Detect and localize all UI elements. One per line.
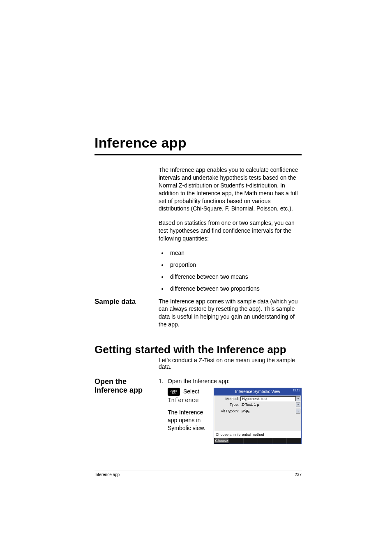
calc-title-text: Inference Symbolic View	[235, 389, 280, 394]
dropdown-icon[interactable]: ▾	[296, 402, 300, 407]
calc-method-field[interactable]: Hypothesis test ▾	[240, 396, 300, 401]
section-subtitle: Let's conduct a Z-Test on one mean using…	[159, 357, 302, 370]
footer-left: Inference app	[95, 472, 120, 477]
step-line-1: Open the Inference app:	[168, 377, 302, 385]
chapter-heading: Inference app	[95, 135, 302, 151]
calc-method-label: Method:	[215, 396, 240, 401]
page: Inference app The Inference app enables …	[0, 0, 392, 555]
step-number: 1.	[159, 377, 168, 385]
calc-help-line: Choose an inferential method	[214, 431, 301, 438]
dropdown-icon[interactable]: ▾	[296, 396, 300, 401]
softkey-blank[interactable]	[287, 438, 301, 444]
softkey-blank[interactable]	[244, 438, 258, 444]
apps-key-icon: Apps Info	[168, 388, 180, 396]
softkey-choose[interactable]: Choose	[214, 438, 229, 443]
calc-method-value: Hypothesis test	[240, 396, 296, 401]
page-footer: Inference app 237	[95, 470, 302, 477]
select-line: Apps Info Select	[168, 388, 206, 396]
section-heading: Getting started with the Inference app	[95, 343, 302, 356]
step-item: 1. Open the Inference app: Apps Info Sel…	[159, 377, 302, 444]
list-item: difference between two means	[168, 273, 302, 281]
sample-data-row: Sample data The Inference app comes with…	[95, 298, 302, 335]
calc-body: Method: Hypothesis test ▾ Type:	[214, 395, 301, 431]
calc-alt-label: Alt Hypoth:	[215, 409, 240, 414]
step-text-col: Apps Info Select Inference The Inference…	[168, 388, 206, 432]
apps-key-bottom: Info	[172, 392, 175, 394]
calc-title-bar: Inference Symbolic View 13:31	[214, 388, 301, 395]
inference-code-word: Inference	[168, 397, 206, 405]
step-side-heading: Open the Inference app	[95, 377, 159, 394]
step-detail-wrap: Apps Info Select Inference The Inference…	[168, 388, 302, 444]
intro-block: The Inference app enables you to calcula…	[159, 166, 302, 293]
step-main: Open the Inference app: Apps Info Select…	[168, 377, 302, 444]
calc-type-row: Type: Z-Test: 1 μ ▾	[215, 402, 300, 407]
footer-page-number: 237	[295, 472, 302, 477]
sample-data-heading: Sample data	[95, 298, 159, 306]
list-item: mean	[168, 249, 302, 257]
step-body: 1. Open the Inference app: Apps Info Sel…	[159, 377, 302, 446]
step-row: Open the Inference app 1. Open the Infer…	[95, 377, 302, 446]
calc-type-field[interactable]: Z-Test: 1 μ ▾	[240, 402, 300, 407]
sample-data-text: The Inference app comes with sample data…	[159, 298, 302, 329]
list-item: difference between two proportions	[168, 285, 302, 293]
calc-type-label: Type:	[215, 402, 240, 407]
dropdown-icon[interactable]: ▾	[296, 409, 300, 414]
intro-paragraph-1: The Inference app enables you to calcula…	[159, 166, 302, 213]
calc-alt-row: Alt Hypoth: μ<μ0 ▾	[215, 408, 300, 414]
select-word: Select	[183, 388, 199, 395]
quantity-list: mean proportion difference between two m…	[159, 249, 302, 293]
calc-softkey-bar: Choose	[214, 438, 301, 444]
softkey-blank[interactable]	[272, 438, 287, 444]
calc-method-row: Method: Hypothesis test ▾	[215, 396, 300, 401]
calc-clock: 13:31	[293, 388, 300, 392]
calc-alt-value: μ<μ0	[240, 408, 296, 414]
softkey-blank[interactable]	[229, 438, 244, 444]
calc-type-value: Z-Test: 1 μ	[240, 402, 296, 407]
list-item: proportion	[168, 261, 302, 269]
calc-alt-field[interactable]: μ<μ0 ▾	[240, 408, 300, 414]
step-after-text: The Inference app opens in Symbolic view…	[168, 409, 206, 432]
calculator-screenshot: Inference Symbolic View 13:31 Method: Hy…	[214, 388, 302, 444]
heading-rule	[95, 154, 302, 155]
softkey-blank[interactable]	[258, 438, 272, 444]
intro-paragraph-2: Based on statistics from one or two samp…	[159, 219, 302, 243]
sample-data-body: The Inference app comes with sample data…	[159, 298, 302, 335]
